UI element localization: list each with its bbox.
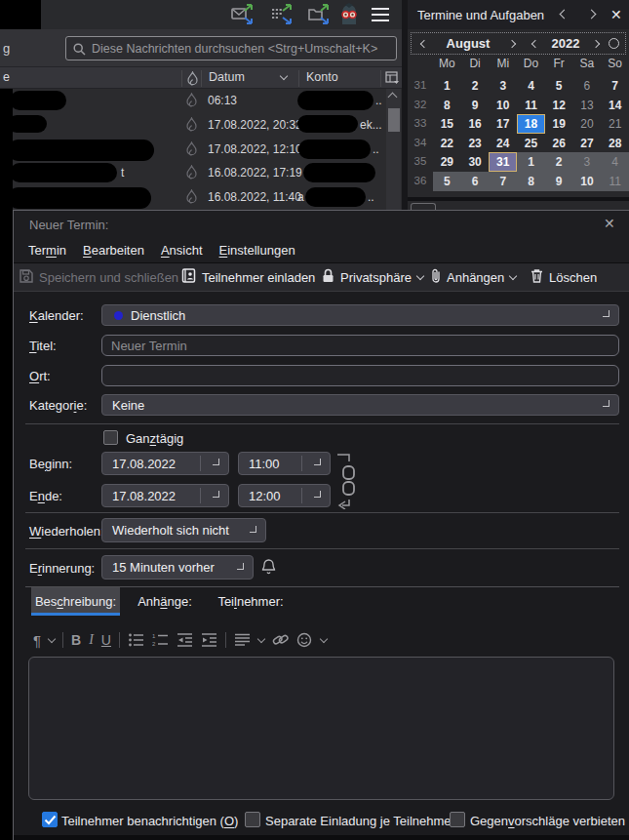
calendar-day[interactable]: 30 (461, 152, 490, 172)
mail-list-row[interactable]: 17.08.2022, 12:10.. (0, 138, 386, 162)
indent-icon[interactable] (201, 632, 217, 648)
date-column-header[interactable]: Datum (209, 70, 245, 84)
description-textarea[interactable] (28, 657, 614, 800)
calendar-day[interactable]: 23 (461, 134, 490, 153)
attach-button[interactable]: Anhängen (431, 263, 516, 291)
menu-ansicht[interactable]: Ansicht (161, 243, 203, 258)
scrollbar-thumb[interactable] (388, 108, 400, 132)
calendar-day[interactable]: 6 (461, 172, 490, 191)
disallow-counter-checkbox[interactable] (450, 812, 465, 827)
italic-icon[interactable]: I (89, 632, 94, 648)
calendar-day[interactable]: 14 (601, 96, 629, 115)
calendar-day[interactable]: 7 (489, 172, 517, 191)
calendar-day[interactable]: 4 (517, 76, 545, 96)
bullet-list-icon[interactable] (128, 632, 144, 648)
calendar-day[interactable]: 2 (545, 152, 573, 172)
calendar-day[interactable]: 22 (433, 134, 461, 153)
category-select[interactable]: Keine (101, 394, 619, 416)
tab-beschreibung[interactable]: Beschreibung: (31, 587, 120, 615)
send-receive-mail-icon[interactable] (231, 4, 255, 25)
month-label[interactable]: August (433, 36, 503, 51)
calendar-day[interactable]: 10 (489, 96, 517, 115)
calendar-day[interactable]: 19 (545, 114, 573, 134)
calendar-day[interactable]: 26 (545, 134, 573, 153)
calendar-day[interactable]: 8 (517, 172, 545, 191)
mail-scrollbar[interactable] (386, 89, 401, 210)
smiley-icon[interactable] (296, 632, 313, 648)
location-input[interactable] (101, 365, 619, 386)
calendar-day[interactable]: 1 (517, 152, 545, 172)
chevron-down-icon[interactable] (257, 634, 265, 642)
calendar-day[interactable]: 11 (517, 96, 545, 115)
calendar-day[interactable]: 2 (461, 76, 490, 96)
calendar-day[interactable]: 21 (601, 114, 629, 134)
bell-icon[interactable] (261, 558, 276, 579)
subject-column-header-fragment[interactable]: e (3, 70, 10, 84)
calendar-day[interactable]: 18 (517, 114, 545, 134)
calendar-day[interactable]: 5 (433, 172, 461, 191)
calendar-day[interactable]: 3 (489, 76, 517, 96)
calendar-day[interactable]: 8 (433, 96, 461, 115)
start-time-select[interactable]: 11:00 (238, 452, 331, 475)
mail-list-row[interactable]: 16.08.2022, 11:40a.. (0, 185, 386, 210)
calendar-day[interactable]: 12 (545, 96, 573, 115)
next-year-icon[interactable] (587, 41, 605, 47)
year-label[interactable]: 2022 (544, 36, 587, 51)
calendar-day[interactable]: 9 (545, 172, 573, 191)
prev-year-icon[interactable] (527, 41, 544, 47)
chevron-down-icon[interactable] (320, 634, 328, 642)
bold-icon[interactable]: B (71, 632, 81, 648)
paragraph-icon[interactable]: ¶ (33, 632, 41, 649)
underline-icon[interactable]: U (101, 632, 111, 648)
calendar-day[interactable]: 29 (433, 152, 461, 172)
save-and-close-button[interactable]: Speichern und schließen (20, 263, 178, 291)
account-column-header[interactable]: Konto (306, 70, 338, 84)
calendar-day[interactable]: 20 (573, 114, 602, 134)
mail-list-row[interactable]: 06:13.. (0, 89, 386, 113)
mail-list-row[interactable]: 17.08.2022, 20:32ek... (0, 113, 386, 138)
junk-column-header[interactable] (186, 71, 199, 89)
end-date-select[interactable]: 17.08.2022 (101, 484, 229, 507)
notify-attendees-checkbox[interactable] (42, 812, 58, 827)
profile-avatar[interactable] (338, 3, 362, 24)
chevron-down-icon[interactable] (48, 634, 56, 642)
prev-month-icon[interactable] (415, 41, 433, 47)
send-receive-folder-icon[interactable] (307, 4, 331, 25)
tab-teilnehmer[interactable]: Teilnehmer: (210, 587, 292, 615)
repeat-select[interactable]: Wiederholt sich nicht (101, 518, 266, 542)
calendar-day[interactable]: 16 (461, 114, 490, 134)
dialog-close-icon[interactable]: ✕ (604, 216, 615, 231)
calendar-day[interactable]: 24 (489, 134, 517, 153)
send-receive-list-icon[interactable] (270, 4, 294, 25)
calendar-day[interactable]: 7 (601, 76, 629, 96)
reminder-select[interactable]: 15 Minuten vorher (101, 555, 254, 580)
calendar-day[interactable]: 25 (517, 134, 545, 153)
menu-bearbeiten[interactable]: Bearbeiten (83, 243, 144, 258)
invite-attendees-button[interactable]: Teilnehmer einladen (181, 263, 315, 291)
separate-invitation-checkbox[interactable] (245, 812, 260, 827)
allday-checkbox[interactable] (103, 430, 118, 445)
column-picker-icon[interactable] (385, 71, 400, 88)
calendar-day[interactable]: 6 (573, 76, 602, 96)
calendar-day[interactable]: 10 (573, 172, 602, 191)
link-duration-icon[interactable] (335, 453, 359, 513)
delete-button[interactable]: Löschen (531, 263, 597, 291)
outdent-icon[interactable] (177, 632, 193, 648)
calendar-day[interactable]: 5 (545, 76, 573, 96)
end-time-select[interactable]: 12:00 (238, 484, 331, 507)
title-input[interactable] (101, 335, 619, 356)
calendar-day[interactable]: 4 (601, 152, 629, 172)
next-month-icon[interactable] (503, 41, 521, 47)
align-icon[interactable] (234, 632, 251, 648)
sort-direction-icon[interactable] (280, 72, 288, 80)
today-button-icon[interactable] (609, 38, 619, 49)
menu-termin[interactable]: Termin (28, 243, 66, 258)
app-menu-icon[interactable] (371, 7, 394, 28)
calendar-select[interactable]: Dienstlich (101, 304, 619, 326)
tab-anhaenge[interactable]: Anhänge: (130, 587, 200, 615)
calendar-day[interactable]: 17 (489, 114, 517, 134)
link-icon[interactable] (272, 632, 289, 648)
calendar-day[interactable]: 13 (573, 96, 602, 115)
calendar-day[interactable]: 27 (573, 134, 602, 153)
pane-forward-icon[interactable] (587, 10, 597, 20)
